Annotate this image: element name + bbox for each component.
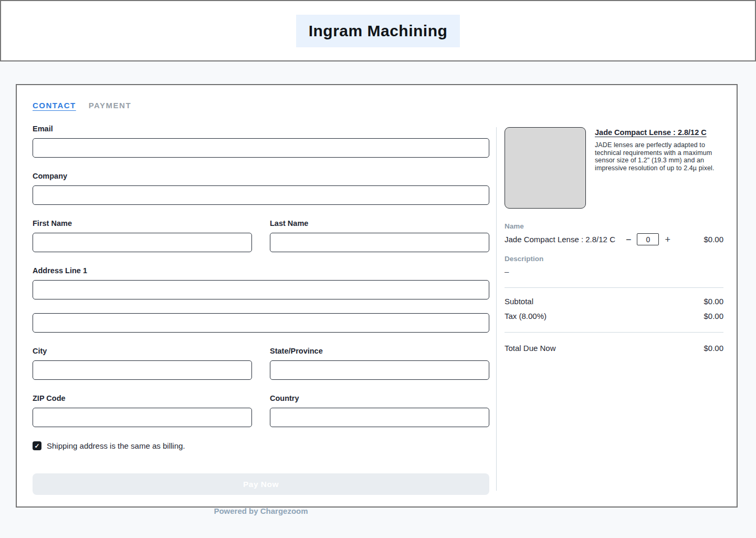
line-item-description-label: Description bbox=[505, 255, 723, 263]
city-state-row: City State/Province bbox=[33, 347, 489, 380]
quantity-decrease-button[interactable]: − bbox=[626, 235, 632, 244]
brand-title: Ingram Machining bbox=[296, 15, 460, 47]
line-item-name: Jade Compact Lense : 2.8/12 C bbox=[505, 235, 615, 244]
state-field[interactable] bbox=[270, 360, 489, 380]
product-title: Jade Compact Lense : 2.8/12 C bbox=[595, 128, 723, 137]
page-header: Ingram Machining bbox=[0, 0, 756, 61]
state-label: State/Province bbox=[270, 347, 489, 355]
email-label: Email bbox=[33, 125, 489, 133]
address-line1-label: Address Line 1 bbox=[33, 266, 489, 275]
address-line1-field[interactable] bbox=[33, 280, 489, 299]
tab-contact[interactable]: CONTACT bbox=[33, 101, 76, 110]
product-image-placeholder bbox=[505, 127, 586, 209]
last-name-label: Last Name bbox=[270, 219, 489, 227]
line-item-description-value: – bbox=[505, 267, 723, 276]
company-row: Company bbox=[33, 172, 489, 205]
total-due-value: $0.00 bbox=[704, 344, 723, 353]
total-due-label: Total Due Now bbox=[505, 344, 556, 353]
quantity-input[interactable] bbox=[637, 233, 659, 245]
email-field[interactable] bbox=[33, 138, 489, 158]
shipping-same-label: Shipping address is the same as billing. bbox=[47, 441, 185, 450]
summary-divider-top bbox=[505, 287, 723, 288]
first-name-label: First Name bbox=[33, 219, 252, 227]
company-label: Company bbox=[33, 172, 489, 180]
last-name-field[interactable] bbox=[270, 233, 489, 252]
tax-row: Tax (8.00%) $0.00 bbox=[505, 312, 723, 320]
zip-country-row: ZIP Code Country bbox=[33, 394, 489, 427]
quantity-stepper: − + bbox=[626, 233, 670, 245]
shipping-same-checkbox[interactable]: ✓ bbox=[33, 441, 41, 450]
order-summary-section: Jade Compact Lense : 2.8/12 C JADE lense… bbox=[497, 85, 737, 506]
line-item: Name Jade Compact Lense : 2.8/12 C − + $… bbox=[505, 222, 723, 276]
country-label: Country bbox=[270, 394, 489, 402]
email-row: Email bbox=[33, 125, 489, 158]
address-line1-row: Address Line 1 bbox=[33, 266, 489, 299]
first-name-field[interactable] bbox=[33, 233, 252, 252]
tab-payment[interactable]: PAYMENT bbox=[89, 101, 131, 110]
summary-divider-bottom bbox=[505, 332, 723, 333]
tax-value: $0.00 bbox=[704, 312, 723, 320]
checkout-tabs: CONTACT PAYMENT bbox=[33, 101, 489, 110]
product-description: JADE lenses are perfectly adapted to tec… bbox=[595, 141, 723, 172]
contact-form-section: CONTACT PAYMENT Email Company First Name… bbox=[17, 85, 496, 506]
address-line2-row bbox=[33, 313, 489, 333]
total-due-row: Total Due Now $0.00 bbox=[505, 344, 723, 353]
powered-by-text: Powered by Chargezoom bbox=[33, 506, 489, 515]
city-field[interactable] bbox=[33, 360, 252, 380]
checkout-card: CONTACT PAYMENT Email Company First Name… bbox=[16, 84, 738, 508]
name-row: First Name Last Name bbox=[33, 219, 489, 252]
company-field[interactable] bbox=[33, 185, 489, 205]
line-item-price: $0.00 bbox=[704, 235, 723, 244]
product-header: Jade Compact Lense : 2.8/12 C JADE lense… bbox=[505, 127, 723, 209]
line-item-name-label: Name bbox=[505, 222, 723, 230]
totals-summary: Subtotal $0.00 Tax (8.00%) $0.00 Total D… bbox=[505, 297, 723, 353]
zip-field[interactable] bbox=[33, 408, 252, 427]
quantity-increase-button[interactable]: + bbox=[665, 235, 670, 244]
country-field[interactable] bbox=[270, 408, 489, 427]
address-line2-field[interactable] bbox=[33, 313, 489, 333]
subtotal-value: $0.00 bbox=[704, 297, 723, 306]
city-label: City bbox=[33, 347, 252, 355]
shipping-same-as-billing-row: ✓ Shipping address is the same as billin… bbox=[33, 441, 489, 450]
subtotal-row: Subtotal $0.00 bbox=[505, 297, 723, 306]
pay-now-button[interactable]: Pay Now bbox=[33, 473, 489, 495]
subtotal-label: Subtotal bbox=[505, 297, 533, 306]
tax-label: Tax (8.00%) bbox=[505, 312, 547, 320]
zip-label: ZIP Code bbox=[33, 394, 252, 402]
